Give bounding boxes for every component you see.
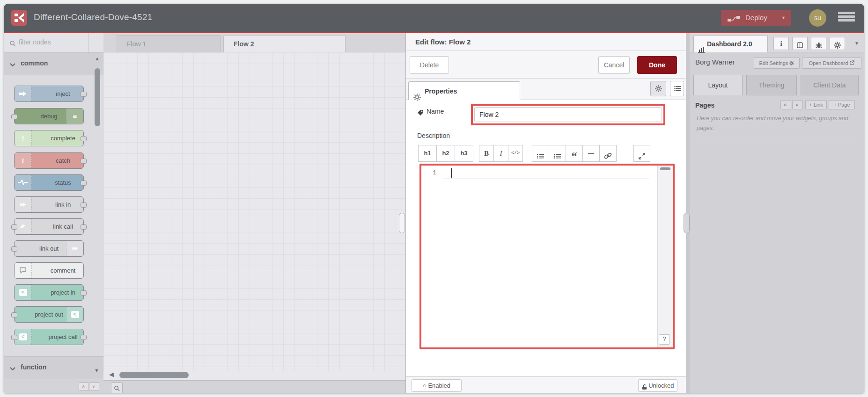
bar-chart-icon bbox=[698, 41, 705, 58]
expand-editor-button[interactable] bbox=[633, 145, 650, 162]
edit-settings-button[interactable]: Edit Settings bbox=[754, 58, 800, 69]
palette-scroll-up-icon[interactable]: ▲ bbox=[95, 56, 100, 61]
tab-dashboard-2[interactable]: Dashboard 2.0 bbox=[693, 35, 768, 52]
tray-tab-row: Properties bbox=[406, 79, 686, 100]
node-output-port[interactable] bbox=[81, 290, 87, 296]
expand-all-button[interactable]: » bbox=[89, 383, 99, 391]
unordered-list-button[interactable] bbox=[549, 145, 566, 162]
open-dashboard-button[interactable]: Open Dashboard bbox=[802, 58, 861, 69]
tab-theming[interactable]: Theming bbox=[746, 75, 797, 95]
node-output-port[interactable] bbox=[81, 202, 87, 208]
palette-category-function[interactable]: function bbox=[4, 356, 103, 379]
dashboard-project-name: Borg Warner bbox=[695, 58, 735, 66]
deploy-button[interactable]: Deploy ▼ bbox=[721, 10, 791, 26]
edit-flow-tray: Edit flow: Flow 2 Delete Cancel Done Pro… bbox=[405, 33, 686, 393]
config-nodes-tab-button[interactable] bbox=[830, 37, 845, 50]
heading3-button[interactable]: h3 bbox=[455, 145, 473, 162]
node-input-port[interactable] bbox=[11, 312, 17, 318]
node-input-port[interactable] bbox=[11, 335, 17, 340]
edit-properties-button[interactable] bbox=[650, 81, 666, 96]
palette-footer: « » bbox=[4, 379, 103, 393]
canvas-search-button[interactable] bbox=[111, 383, 123, 393]
link-button[interactable] bbox=[599, 145, 617, 162]
node-output-port[interactable] bbox=[81, 335, 87, 340]
palette-node-project-in[interactable]: < project in bbox=[14, 284, 84, 301]
main-menu-icon[interactable] bbox=[838, 12, 855, 24]
tray-resize-grip[interactable] bbox=[399, 213, 405, 233]
enabled-circle-icon: ○ bbox=[423, 382, 427, 389]
pages-section-title: Pages bbox=[695, 101, 714, 109]
user-avatar[interactable]: su bbox=[809, 9, 826, 27]
sidebar-resize-grip[interactable] bbox=[684, 213, 690, 233]
description-list-button[interactable] bbox=[670, 81, 684, 96]
node-input-port[interactable] bbox=[11, 114, 17, 119]
palette-node-debug[interactable]: ≡ debug bbox=[14, 108, 84, 124]
book-icon bbox=[796, 39, 803, 47]
tray-footer: ○ Enabled Unlocked bbox=[406, 376, 686, 393]
tab-layout[interactable]: Layout bbox=[693, 75, 743, 95]
tray-toolbar: Delete Cancel Done bbox=[406, 51, 686, 79]
node-input-port[interactable] bbox=[11, 224, 17, 230]
palette-node-status[interactable]: status bbox=[14, 174, 84, 191]
palette-search[interactable]: filter nodes bbox=[4, 33, 103, 53]
palette-node-project-call[interactable]: < project call bbox=[14, 329, 84, 345]
gear-icon bbox=[834, 39, 841, 47]
heading1-button[interactable]: h1 bbox=[418, 145, 437, 162]
workspace-title: Different-Collared-Dove-4521 bbox=[34, 12, 152, 22]
ordered-list-button[interactable] bbox=[532, 145, 549, 162]
palette-category-common[interactable]: common bbox=[4, 52, 103, 75]
delete-button[interactable]: Delete bbox=[410, 56, 449, 74]
right-sidebar: Dashboard 2.0 i ▼ Borg Warner Edit Setti… bbox=[690, 33, 864, 393]
canvas-horizontal-scrollbar[interactable] bbox=[119, 372, 189, 378]
palette-scroll-down-icon[interactable]: ▼ bbox=[94, 368, 99, 373]
tab-flow-2[interactable]: Flow 2 bbox=[223, 35, 346, 53]
code-button[interactable]: </> bbox=[508, 145, 523, 162]
collapse-all-button[interactable]: « bbox=[79, 383, 89, 391]
flow-lock-toggle[interactable]: Unlocked bbox=[638, 379, 677, 392]
palette-node-inject[interactable]: inject bbox=[14, 86, 84, 102]
add-link-button[interactable]: + Link bbox=[805, 100, 827, 109]
editor-help-button[interactable]: ? bbox=[659, 334, 670, 345]
blockquote-button[interactable]: “ bbox=[566, 145, 583, 162]
node-output-port[interactable] bbox=[81, 136, 87, 141]
name-label: Name bbox=[427, 108, 444, 115]
node-output-port[interactable] bbox=[81, 159, 87, 164]
palette-node-project-out[interactable]: < project out bbox=[14, 306, 84, 323]
palette-node-complete[interactable]: ! complete bbox=[14, 130, 84, 146]
palette-node-comment[interactable]: comment bbox=[14, 262, 84, 279]
debug-tab-button[interactable] bbox=[811, 37, 826, 50]
move-up-button[interactable]: « bbox=[780, 100, 791, 109]
sidebar-menu-caret-icon[interactable]: ▼ bbox=[854, 41, 859, 46]
done-button[interactable]: Done bbox=[637, 56, 677, 74]
deploy-icon bbox=[728, 14, 740, 22]
tag-icon bbox=[417, 108, 424, 116]
deploy-caret-icon[interactable]: ▼ bbox=[781, 15, 786, 20]
node-output-port[interactable] bbox=[81, 180, 87, 186]
cancel-button[interactable]: Cancel bbox=[598, 56, 630, 74]
node-output-port[interactable] bbox=[81, 92, 87, 97]
node-palette: filter nodes common ▲ inject ≡ debug ! c… bbox=[4, 33, 104, 393]
palette-node-catch[interactable]: ! catch bbox=[14, 152, 84, 169]
heading2-button[interactable]: h2 bbox=[436, 145, 455, 162]
canvas-scroll-left-icon[interactable]: ◀ bbox=[109, 372, 114, 377]
bold-button[interactable]: B bbox=[479, 145, 494, 162]
flow-enabled-toggle[interactable]: ○ Enabled bbox=[412, 379, 462, 392]
add-page-button[interactable]: + Page bbox=[829, 100, 855, 109]
palette-node-link-call[interactable]: link call bbox=[14, 218, 84, 235]
italic-button[interactable]: I bbox=[493, 145, 508, 162]
header-bar: Different-Collared-Dove-4521 Deploy ▼ su bbox=[4, 4, 864, 32]
help-book-tab-button[interactable] bbox=[792, 37, 808, 50]
tab-properties[interactable]: Properties bbox=[408, 81, 520, 100]
chevron-down-icon bbox=[10, 364, 15, 373]
palette-node-link-out[interactable]: link out bbox=[14, 240, 84, 257]
palette-node-link-in[interactable]: link in bbox=[14, 196, 84, 213]
gear-icon bbox=[789, 60, 794, 66]
node-input-port[interactable] bbox=[11, 246, 17, 252]
move-down-button[interactable]: » bbox=[792, 100, 803, 109]
horizontal-rule-button[interactable]: — bbox=[582, 145, 600, 162]
info-tab-button[interactable]: i bbox=[773, 37, 789, 50]
app-window: Different-Collared-Dove-4521 Deploy ▼ su… bbox=[4, 4, 864, 393]
node-output-port[interactable] bbox=[81, 224, 87, 230]
tab-flow-1[interactable]: Flow 1 bbox=[117, 35, 221, 52]
tab-client-data[interactable]: Client Data bbox=[801, 75, 859, 95]
